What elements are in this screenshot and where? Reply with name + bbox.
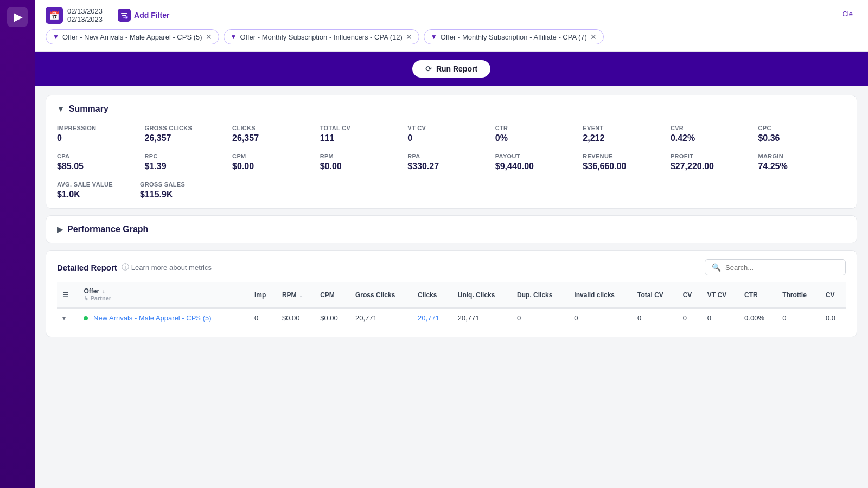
filter-chip-1[interactable]: ▼ Offer - New Arrivals - Male Apparel - … (46, 29, 219, 44)
metric-gross-clicks-value: 26,357 (145, 133, 233, 143)
metric-margin-label: MARGIN (758, 153, 846, 159)
metric-profit-value: $27,220.00 (671, 162, 758, 171)
table-container: ☰ Offer ↓ ↳ Partner (57, 282, 846, 328)
performance-graph-header[interactable]: ▶ Performance Graph (57, 224, 846, 234)
filter-chip-2[interactable]: ▼ Offer - Monthly Subscription - Influen… (224, 29, 419, 44)
td-uniq-clicks: 20,771 (452, 308, 512, 328)
add-filter-icon (118, 9, 131, 22)
expand-row-icon[interactable]: ▾ (62, 314, 66, 322)
summary-label: Summary (69, 104, 108, 114)
detailed-report-card: Detailed Report ⓘ Learn more about metri… (46, 250, 857, 337)
remove-filter-3[interactable]: ✕ (590, 33, 597, 41)
table-header-row: ☰ Offer ↓ ↳ Partner (57, 282, 846, 308)
td-invalid-clicks: 0 (569, 308, 632, 328)
th-invalid-clicks: Invalid clicks (569, 282, 632, 308)
metric-rpa-value: $330.27 (407, 162, 495, 171)
date-selector[interactable]: 📅 02/13/2023 02/13/2023 (46, 7, 103, 24)
refresh-icon: ⟳ (425, 65, 432, 73)
td-rpm: $0.00 (277, 308, 315, 328)
metric-event-value: 2,212 (583, 133, 671, 143)
filter-icon-3: ▼ (431, 33, 437, 41)
metric-payout: PAYOUT $9,440.00 (495, 153, 583, 171)
add-filter-button[interactable]: Add Filter (113, 7, 174, 24)
metric-margin: MARGIN 74.25% (758, 153, 846, 171)
table-row: ▾ New Arrivals - Male Apparel - CPS (5) … (57, 308, 846, 328)
metric-rpm-value: $0.00 (320, 162, 408, 171)
metric-avg-sale-value: AVG. SALE VALUE $1.0K (57, 181, 113, 200)
metric-rpc-value: $1.39 (145, 162, 233, 171)
metric-ctr-value: 0% (495, 133, 583, 143)
metric-rpm-label: RPM (320, 153, 408, 159)
search-input[interactable] (725, 264, 839, 272)
th-rpm[interactable]: RPM ↓ (277, 282, 315, 308)
metric-total-cv-label: TOTAL CV (320, 125, 408, 131)
th-ctr: CTR (739, 282, 777, 308)
learn-more-link[interactable]: ⓘ Learn more about metrics (122, 262, 212, 272)
metric-event: EVENT 2,212 (583, 125, 671, 143)
summary-header[interactable]: ▼ Summary (57, 104, 846, 114)
metric-revenue-value: $36,660.00 (583, 162, 671, 171)
metric-cpm-value: $0.00 (232, 162, 320, 171)
metric-impression: IMPRESSION 0 (57, 125, 145, 143)
svg-rect-1 (122, 15, 126, 16)
summary-metrics-row3: AVG. SALE VALUE $1.0K GROSS SALES $115.9… (57, 181, 846, 200)
td-dup-clicks: 0 (512, 308, 569, 328)
th-offer[interactable]: Offer ↓ ↳ Partner (78, 282, 248, 308)
metric-clicks-value: 26,357 (232, 133, 320, 143)
metric-vt-cv-value: 0 (407, 133, 495, 143)
main-content: 📅 02/13/2023 02/13/2023 (35, 0, 868, 488)
th-imp: Imp (249, 282, 277, 308)
metric-impression-label: IMPRESSION (57, 125, 145, 131)
metric-ctr: CTR 0% (495, 125, 583, 143)
svg-rect-5 (126, 17, 127, 18)
td-cv2: 0.0 (820, 308, 846, 328)
summary-chevron-icon: ▼ (57, 105, 65, 113)
run-report-bar: ⟳ Run Report (35, 52, 868, 86)
detailed-report-title: Detailed Report ⓘ Learn more about metri… (57, 262, 212, 272)
offer-sort-icon: ↓ (102, 288, 105, 294)
metric-event-label: EVENT (583, 125, 671, 131)
td-clicks[interactable]: 20,771 (412, 308, 452, 328)
metric-cpc-value: $0.36 (758, 133, 846, 143)
th-cpm: CPM (315, 282, 350, 308)
metric-gross-clicks: GROSS CLICKS 26,357 (145, 125, 233, 143)
performance-graph-card: ▶ Performance Graph (46, 215, 857, 243)
date-range: 02/13/2023 02/13/2023 (67, 7, 103, 23)
th-filter-icon[interactable]: ☰ (62, 291, 68, 299)
search-icon: 🔍 (712, 263, 721, 272)
metric-rpc-label: RPC (145, 153, 233, 159)
svg-rect-0 (121, 13, 127, 14)
metric-cvr: CVR 0.42% (671, 125, 758, 143)
summary-metrics-row1: IMPRESSION 0 GROSS CLICKS 26,357 CLICKS … (57, 125, 846, 143)
metric-clicks-label: CLICKS (232, 125, 320, 131)
td-expand[interactable]: ▾ (57, 308, 78, 328)
offer-name-link[interactable]: New Arrivals - Male Apparel - CPS (5) (93, 314, 211, 322)
detailed-report-label: Detailed Report (57, 263, 117, 272)
td-imp: 0 (249, 308, 277, 328)
metric-avg-sale-value-val: $1.0K (57, 190, 113, 200)
run-report-button[interactable]: ⟳ Run Report (412, 60, 490, 78)
metric-cvr-value: 0.42% (671, 133, 758, 143)
metric-avg-sale-label: AVG. SALE VALUE (57, 181, 113, 188)
metric-payout-value: $9,440.00 (495, 162, 583, 171)
performance-graph-label: Performance Graph (67, 224, 148, 234)
th-dup-clicks: Dup. Clicks (512, 282, 569, 308)
metric-vt-cv-label: VT CV (407, 125, 495, 131)
remove-filter-2[interactable]: ✕ (406, 33, 412, 41)
th-throttle: Throttle (777, 282, 820, 308)
performance-graph-chevron-icon: ▶ (57, 225, 63, 234)
th-gross-clicks: Gross Clicks (350, 282, 412, 308)
search-box[interactable]: 🔍 (705, 259, 846, 275)
filter-chip-3[interactable]: ▼ Offer - Monthly Subscription - Affilia… (424, 29, 604, 44)
filter-icon-2: ▼ (231, 33, 237, 41)
metric-margin-value: 74.25% (758, 162, 846, 171)
clear-button[interactable]: Cle (838, 8, 857, 20)
metric-cpa-label: CPA (57, 153, 145, 159)
summary-metrics-row2: CPA $85.05 RPC $1.39 CPM $0.00 RPM $0.00 (57, 153, 846, 171)
remove-filter-1[interactable]: ✕ (206, 33, 212, 41)
th-vt-cv: VT CV (702, 282, 739, 308)
metric-cpm: CPM $0.00 (232, 153, 320, 171)
th-expand: ☰ (57, 282, 78, 308)
metric-cpm-label: CPM (232, 153, 320, 159)
metric-total-cv: TOTAL CV 111 (320, 125, 408, 143)
